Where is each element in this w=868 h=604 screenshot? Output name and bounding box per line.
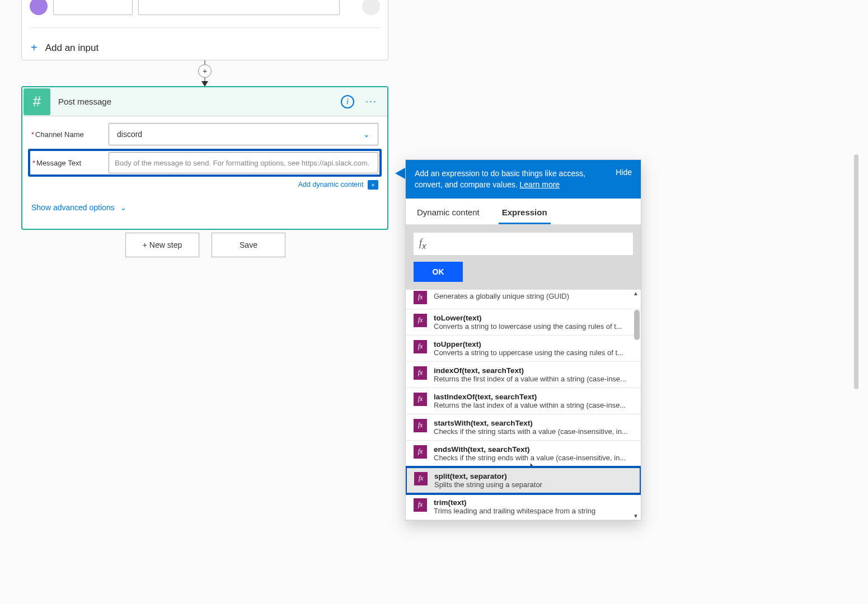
popover-tabs: Dynamic content Expression	[406, 199, 641, 225]
function-desc: Checks if the string starts with a value…	[434, 427, 633, 436]
function-item[interactable]: fxstartsWith(text, searchText)Checks if …	[406, 414, 641, 441]
channel-select[interactable]: discord ⌄	[109, 123, 378, 145]
fx-icon: fx	[414, 340, 427, 353]
function-list[interactable]: ▲ ▼ fxGenerates a globally unique string…	[406, 290, 641, 520]
function-desc: Trims leading and trailing whitespace fr…	[434, 507, 633, 515]
chevron-down-icon: ⌄	[120, 204, 126, 212]
info-icon[interactable]: i	[341, 95, 354, 108]
function-desc: Generates a globally unique string (GUID…	[434, 292, 633, 300]
function-desc: Converts a string to lowercase using the…	[434, 322, 633, 331]
fx-icon: fx	[414, 291, 427, 304]
function-desc: Returns the last index of a value within…	[434, 401, 633, 409]
trigger-card: + Add an input	[21, 0, 388, 60]
tab-dynamic-content[interactable]: Dynamic content	[414, 199, 483, 224]
function-name: toLower(text)	[434, 314, 633, 322]
function-item[interactable]: fxGenerates a globally unique string (GU…	[406, 290, 641, 309]
fx-icon: fx	[414, 314, 427, 327]
popover-caret-icon	[395, 168, 405, 179]
function-name: indexOf(text, searchText)	[434, 366, 633, 375]
function-item[interactable]: fxendsWith(text, searchText)Checks if th…	[406, 441, 641, 467]
learn-more-link[interactable]: Learn more	[520, 180, 560, 189]
message-label: *Message Text	[31, 159, 109, 167]
page-scrollbar[interactable]	[852, 0, 860, 604]
fx-icon: fx	[414, 498, 427, 512]
tab-expression[interactable]: Expression	[499, 199, 551, 224]
hide-button[interactable]: Hide	[616, 168, 632, 191]
scroll-down-icon[interactable]: ▼	[632, 512, 640, 520]
expression-popover: Add an expression to do basic things lik…	[405, 159, 641, 521]
more-icon[interactable]: ···	[365, 96, 377, 107]
divider	[30, 27, 380, 28]
insert-step-button[interactable]: +	[198, 64, 212, 78]
fx-icon: fx	[414, 445, 427, 459]
popover-header: Add an expression to do basic things lik…	[406, 160, 641, 199]
message-placeholder: Body of the message to send. For formatt…	[115, 159, 369, 167]
function-item[interactable]: fxindexOf(text, searchText)Returns the f…	[406, 362, 641, 388]
trigger-remove-icon[interactable]	[362, 0, 380, 15]
slack-icon: #	[24, 88, 50, 115]
scroll-up-icon[interactable]: ▲	[632, 290, 640, 298]
add-dynamic-badge-icon: ＋	[368, 180, 378, 190]
channel-label: *Channel Name	[31, 130, 109, 139]
function-name: trim(text)	[434, 498, 633, 507]
add-input-button[interactable]: + Add an input	[30, 38, 380, 58]
function-name: toUpper(text)	[434, 340, 633, 348]
fx-icon: fx	[414, 366, 427, 380]
expression-input[interactable]: fx	[414, 233, 633, 255]
function-item[interactable]: fxtrim(text)Trims leading and trailing w…	[406, 494, 641, 520]
add-dynamic-link[interactable]: Add dynamic content ＋	[298, 180, 378, 190]
trigger-type-icon	[30, 0, 48, 15]
chevron-down-icon: ⌄	[363, 130, 370, 139]
action-title: Post message	[58, 97, 111, 106]
flow-buttons: + New step Save	[125, 233, 285, 257]
channel-value: discord	[117, 130, 142, 139]
action-body: *Channel Name discord ⌄ *Message Text Bo…	[22, 116, 387, 229]
function-name: split(text, separator)	[434, 472, 632, 480]
add-dynamic-row: Add dynamic content ＋	[31, 179, 378, 193]
fx-icon: fx	[419, 237, 426, 251]
action-header[interactable]: # Post message i ···	[22, 87, 387, 116]
ok-button[interactable]: OK	[414, 262, 463, 282]
function-desc: Splits the string using a separator	[434, 480, 632, 489]
advanced-toggle[interactable]: Show advanced options ⌄	[31, 193, 378, 226]
trigger-field-1[interactable]	[53, 0, 133, 15]
fx-icon: fx	[414, 393, 427, 406]
trigger-field-2[interactable]	[138, 0, 340, 15]
function-name: lastIndexOf(text, searchText)	[434, 393, 633, 401]
plus-icon: +	[31, 41, 37, 54]
new-step-button[interactable]: + New step	[125, 233, 199, 257]
function-item[interactable]: fxlastIndexOf(text, searchText)Returns t…	[406, 388, 641, 414]
function-item[interactable]: fxsplit(text, separator)Splits the strin…	[406, 467, 641, 494]
function-name: startsWith(text, searchText)	[434, 419, 633, 427]
function-desc: Checks if the string ends with a value (…	[434, 454, 633, 462]
save-button[interactable]: Save	[212, 233, 285, 257]
trigger-row	[30, 0, 380, 17]
add-input-label: Add an input	[45, 43, 98, 54]
function-name: endsWith(text, searchText)	[434, 445, 633, 454]
fx-icon: fx	[414, 419, 427, 432]
function-desc: Returns the first index of a value withi…	[434, 375, 633, 383]
action-card: # Post message i ··· *Channel Name disco…	[21, 86, 388, 230]
fx-icon: fx	[414, 472, 428, 485]
function-item[interactable]: fxtoLower(text)Converts a string to lowe…	[406, 309, 641, 336]
message-row-highlight: *Message Text Body of the message to sen…	[28, 149, 382, 177]
scrollbar-thumb[interactable]	[634, 310, 640, 340]
channel-row: *Channel Name discord ⌄	[31, 123, 378, 145]
function-item[interactable]: fxtoUpper(text)Converts a string to uppe…	[406, 336, 641, 362]
popover-desc: Add an expression to do basic things lik…	[415, 168, 608, 191]
function-desc: Converts a string to uppercase using the…	[434, 348, 633, 357]
page-scroll-thumb[interactable]	[854, 154, 858, 389]
expression-area: fx OK	[406, 225, 641, 290]
message-input[interactable]: Body of the message to send. For formatt…	[109, 152, 378, 173]
